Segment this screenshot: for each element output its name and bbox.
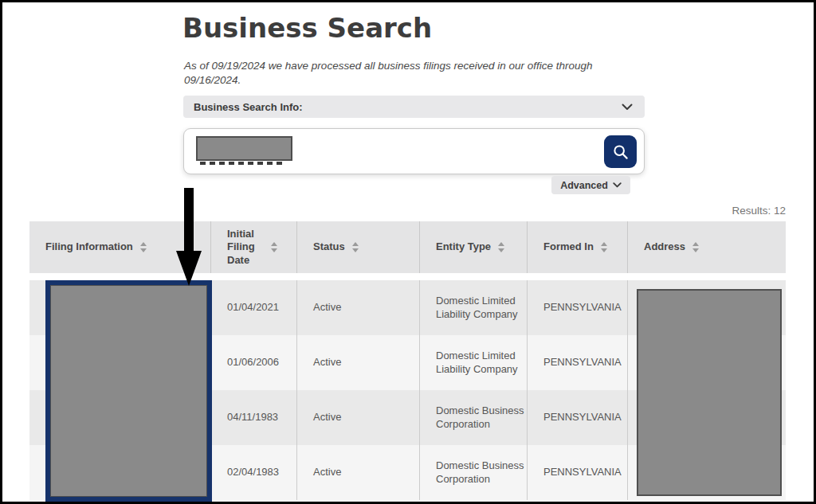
business-search-page: Business Search As of 09/19/2024 we have… — [0, 0, 816, 504]
sort-icon — [601, 242, 607, 252]
cell-formed-in: PENNSYLVANIA — [528, 335, 628, 390]
cell-status: Active — [297, 390, 420, 445]
sort-icon — [140, 242, 147, 252]
redacted-search-term — [196, 136, 292, 161]
sort-icon — [352, 242, 359, 252]
chevron-down-icon — [613, 182, 622, 188]
advanced-label: Advanced — [560, 180, 608, 191]
cell-initial-filing-date: 04/11/1983 — [211, 390, 297, 445]
page-title: Business Search — [182, 12, 432, 44]
cell-entity-type: Domestic Business Corporation — [420, 445, 528, 500]
accordion-label: Business Search Info: — [194, 101, 303, 113]
cell-entity-type: Domestic Limited Liability Company — [420, 335, 528, 390]
column-header-initial-filing-date[interactable]: Initial Filing Date — [211, 221, 297, 273]
chevron-down-icon — [622, 104, 633, 111]
sort-icon — [498, 242, 504, 252]
cell-formed-in: PENNSYLVANIA — [528, 390, 628, 445]
business-search-info-accordion[interactable]: Business Search Info: — [183, 96, 645, 118]
cell-status: Active — [297, 445, 420, 500]
filing-information-highlight — [45, 280, 212, 502]
cell-entity-type: Domestic Limited Liability Company — [420, 280, 528, 335]
column-header-status[interactable]: Status — [297, 221, 420, 273]
cell-formed-in: PENNSYLVANIA — [528, 280, 628, 335]
results-count: Results: 12 — [29, 205, 786, 217]
cell-entity-type: Domestic Business Corporation — [420, 390, 528, 445]
cell-initial-filing-date: 02/04/1983 — [211, 445, 297, 500]
redacted-address-block — [637, 289, 782, 496]
table-header-row: Filing Information Initial Filing Date S… — [29, 221, 786, 273]
column-header-address[interactable]: Address — [628, 221, 786, 273]
arrow-down-icon — [175, 188, 203, 287]
sort-icon — [692, 242, 699, 252]
cell-initial-filing-date: 01/04/2021 — [211, 280, 297, 335]
cell-status: Active — [297, 335, 420, 390]
advanced-button[interactable]: Advanced — [551, 176, 630, 194]
redacted-filing-information-block — [50, 285, 207, 497]
search-input[interactable] — [183, 128, 645, 174]
cell-status: Active — [297, 280, 420, 335]
column-header-entity-type[interactable]: Entity Type — [420, 221, 528, 273]
cell-formed-in: PENNSYLVANIA — [528, 445, 628, 500]
column-header-formed-in[interactable]: Formed In — [528, 221, 628, 273]
redacted-text-peek — [200, 162, 284, 165]
search-icon — [612, 143, 630, 161]
page-subtitle: As of 09/19/2024 we have processed all b… — [184, 59, 621, 88]
search-button[interactable] — [604, 135, 637, 168]
sort-icon — [271, 242, 277, 252]
cell-initial-filing-date: 01/06/2006 — [211, 335, 297, 390]
